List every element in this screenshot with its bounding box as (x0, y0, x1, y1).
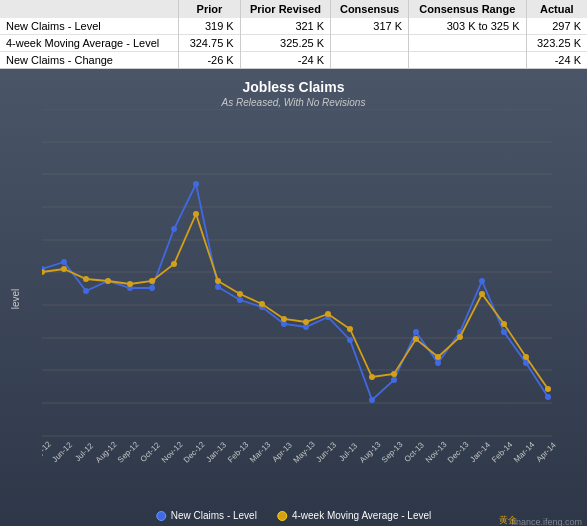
col-header-consensus: Consensus (331, 0, 409, 18)
yellow-dot (435, 354, 441, 360)
chart-title: Jobless Claims (0, 69, 587, 95)
row-consensus: 317 K (331, 18, 409, 35)
yellow-dot (413, 336, 419, 342)
y-axis-label: level (10, 289, 21, 310)
col-header-consensus-range: Consensus Range (409, 0, 526, 18)
row-prior: -26 K (179, 52, 240, 69)
svg-text:Jul-12: Jul-12 (73, 441, 95, 463)
row-prior-revised: -24 K (240, 52, 330, 69)
svg-text:Jan-13: Jan-13 (204, 440, 228, 464)
chart-svg: 270K 290K 310K 330K 350K 370K 390K 410K … (42, 109, 577, 469)
legend-item-moving-avg: 4-week Moving Average - Level (277, 510, 431, 521)
blue-dot (369, 397, 375, 403)
svg-text:Oct-12: Oct-12 (139, 440, 163, 464)
svg-text:Jun-13: Jun-13 (314, 440, 338, 464)
svg-text:Aug-12: Aug-12 (94, 440, 119, 465)
blue-dot (545, 394, 551, 400)
jobless-claims-chart: Jobless Claims As Released, With No Revi… (0, 69, 587, 526)
yellow-dot (325, 311, 331, 317)
svg-text:Jun-12: Jun-12 (50, 440, 74, 464)
row-label: 4-week Moving Average - Level (0, 35, 179, 52)
row-actual: -24 K (526, 52, 587, 69)
blue-dot (171, 226, 177, 232)
row-actual: 297 K (526, 18, 587, 35)
yellow-dot (545, 386, 551, 392)
blue-dot (479, 278, 485, 284)
yellow-dot (237, 291, 243, 297)
yellow-dot (61, 266, 67, 272)
row-label: New Claims - Change (0, 52, 179, 69)
svg-text:May-13: May-13 (292, 439, 318, 465)
row-consensus-range (409, 35, 526, 52)
blue-dot (149, 285, 155, 291)
svg-text:Nov-12: Nov-12 (160, 440, 185, 465)
yellow-dot (479, 291, 485, 297)
legend-dot-yellow (277, 511, 287, 521)
svg-text:Dec-12: Dec-12 (182, 440, 207, 465)
svg-text:May-12: May-12 (42, 439, 53, 465)
blue-dot (413, 329, 419, 335)
yellow-dot (347, 326, 353, 332)
blue-dot (193, 181, 199, 187)
blue-line-new-claims (42, 184, 548, 400)
yellow-dot (193, 211, 199, 217)
row-prior-revised: 325.25 K (240, 35, 330, 52)
svg-text:Jan-14: Jan-14 (468, 440, 492, 464)
blue-dot (83, 288, 89, 294)
economic-data-table: Prior Prior Revised Consensus Consensus … (0, 0, 587, 69)
yellow-dot (83, 276, 89, 282)
row-consensus (331, 52, 409, 69)
col-header-actual: Actual (526, 0, 587, 18)
table-row: New Claims - Level 319 K 321 K 317 K 303… (0, 18, 587, 35)
col-header-prior-revised: Prior Revised (240, 0, 330, 18)
table-row: 4-week Moving Average - Level 324.75 K 3… (0, 35, 587, 52)
yellow-dot (303, 319, 309, 325)
gold-badge: 黄金 (499, 514, 517, 526)
row-actual: 323.25 K (526, 35, 587, 52)
row-consensus-range (409, 52, 526, 69)
legend-label-new-claims: New Claims - Level (171, 510, 257, 521)
svg-text:Dec-13: Dec-13 (446, 440, 471, 465)
blue-dot (501, 329, 507, 335)
row-consensus (331, 35, 409, 52)
yellow-dot (369, 374, 375, 380)
row-prior: 324.75 K (179, 35, 240, 52)
svg-text:Feb-14: Feb-14 (490, 440, 515, 465)
row-label: New Claims - Level (0, 18, 179, 35)
legend-dot-blue (156, 511, 166, 521)
col-header-prior: Prior (179, 0, 240, 18)
yellow-dot (171, 261, 177, 267)
blue-dot (435, 360, 441, 366)
legend-item-new-claims: New Claims - Level (156, 510, 257, 521)
svg-text:Aug-13: Aug-13 (358, 440, 383, 465)
yellow-dot (523, 354, 529, 360)
svg-text:Oct-13: Oct-13 (403, 440, 427, 464)
yellow-dot (215, 278, 221, 284)
yellow-dot (457, 334, 463, 340)
row-prior: 319 K (179, 18, 240, 35)
svg-text:Sep-12: Sep-12 (116, 440, 141, 465)
legend-label-moving-avg: 4-week Moving Average - Level (292, 510, 431, 521)
chart-legend: New Claims - Level 4-week Moving Average… (156, 510, 431, 521)
yellow-dot (501, 321, 507, 327)
chart-subtitle: As Released, With No Revisions (0, 97, 587, 108)
yellow-dot (391, 371, 397, 377)
svg-text:Nov-13: Nov-13 (424, 440, 449, 465)
row-consensus-range: 303 K to 325 K (409, 18, 526, 35)
svg-text:Mar-14: Mar-14 (512, 440, 537, 465)
yellow-dot (281, 316, 287, 322)
blue-dot (347, 337, 353, 343)
blue-dot (215, 284, 221, 290)
watermark: finance.ifeng.com (511, 517, 582, 526)
row-prior-revised: 321 K (240, 18, 330, 35)
blue-dot (61, 259, 67, 265)
yellow-dot (105, 278, 111, 284)
svg-text:Apr-14: Apr-14 (535, 440, 559, 464)
svg-text:Sep-13: Sep-13 (380, 440, 405, 465)
svg-text:Apr-13: Apr-13 (271, 440, 295, 464)
svg-text:Mar-13: Mar-13 (248, 440, 273, 465)
table-row: New Claims - Change -26 K -24 K -24 K (0, 52, 587, 69)
yellow-dot (259, 301, 265, 307)
svg-text:Jul-13: Jul-13 (337, 441, 359, 463)
svg-text:Feb-13: Feb-13 (226, 440, 251, 465)
